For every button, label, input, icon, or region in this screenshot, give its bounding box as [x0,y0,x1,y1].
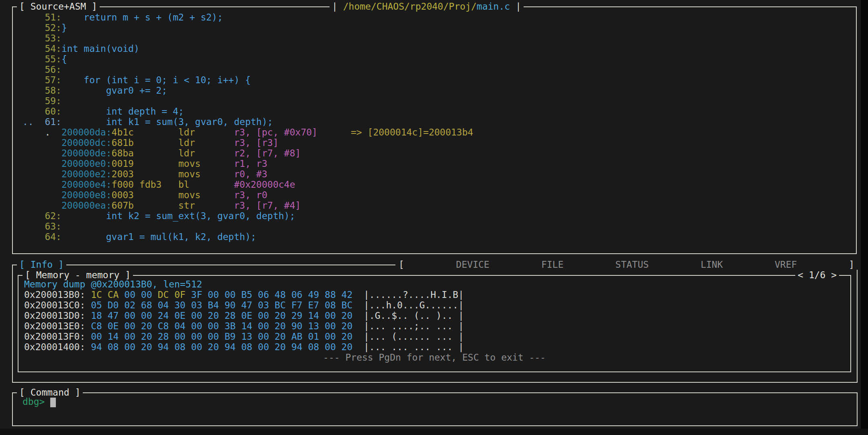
memory-byte: 04 [174,321,186,331]
memory-byte: 20 [342,321,353,331]
asm-mnemonic: bl [178,179,234,190]
tab-device[interactable]: DEVICE [456,259,489,270]
memory-byte: 00 [124,331,135,342]
memory-byte: 20 [342,342,353,352]
asm-note: => [2000014c]=200013b4 [351,127,473,137]
memory-row: 0x200013D0: 18 47 00 00 24 0E 00 20 28 0… [24,310,850,321]
line-number: 51: [34,12,61,23]
tab-status[interactable]: STATUS [615,259,649,270]
asm-opcode: 681b [112,137,178,148]
memory-byte: 90 [291,321,303,331]
memory-byte: 0E [108,321,119,331]
asm-address: 200000e4: [61,179,112,190]
line-marker [23,211,34,221]
memory-row-ascii: |......?....H.I.B| [364,289,464,300]
memory-byte: 00 [191,342,203,352]
asm-marker [45,148,61,158]
line-marker [23,106,34,117]
memory-panel: [ Memory - memory ] < 1/6 > Memory dump … [18,275,851,372]
memory-byte: 06 [291,289,303,300]
memory-byte: 03 [191,300,203,310]
memory-row-address: 0x200013F0: [24,331,91,342]
memory-byte: 01 [308,331,319,342]
command-input[interactable]: dbg> [13,393,857,407]
debugger-screen: [ Source+ASM ] | /home/CHAOS/rp2040/Proj… [0,0,868,435]
asm-operands: r2, [r7, #8] [234,148,301,158]
memory-byte: 08 [325,300,336,310]
tab-file[interactable]: FILE [541,259,563,270]
tab-vref[interactable]: VREF [775,259,797,270]
asm-gutter [23,148,45,158]
source-line: 53: [23,33,856,43]
memory-byte: 42 [342,289,353,300]
memory-byte: B4 [208,300,219,310]
asm-address: 200000e0: [61,158,112,169]
memory-byte: 00 [258,342,269,352]
line-number: 63: [34,221,61,232]
memory-panel-title: [ Memory - memory ] [23,270,133,280]
memory-byte: 00 [124,342,135,352]
tab-link[interactable]: LINK [700,259,723,270]
memory-byte: 0E [174,310,186,321]
line-number: 56: [34,64,61,75]
memory-byte: 28 [225,310,236,321]
line-number: 55: [34,54,61,64]
memory-byte: E7 [308,300,319,310]
line-marker [23,43,34,54]
memory-byte: 00 [208,321,219,331]
line-marker [23,12,34,23]
asm-marker [45,158,61,169]
source-code-text: int main(void) [61,43,139,54]
line-marker [23,75,34,85]
asm-line: 200000e4:f000 fdb3 bl #0x20000c4e [23,179,856,190]
memory-byte: 13 [241,331,252,342]
memory-byte: 20 [208,342,219,352]
asm-operands: #0x20000c4e [234,179,295,190]
memory-byte: 88 [325,289,336,300]
memory-byte: 14 [308,310,319,321]
info-panel: [ Info ] [DEVICEFILESTATUSLINKVREF] [ Me… [12,265,858,383]
memory-byte: CA [108,289,119,300]
memory-byte: 94 [91,342,102,352]
source-code-text: } [61,23,67,33]
memory-byte: 00 [225,289,236,300]
memory-dump: Memory dump @0x200013B0, len=5120x200013… [18,276,850,352]
asm-gutter [23,137,45,148]
memory-row: 0x200013B0: 1C CA 00 00 DC 0F 3F 00 00 B… [24,289,850,300]
memory-byte: 20 [342,331,353,342]
memory-byte: 08 [108,342,119,352]
memory-byte: 20 [274,331,286,342]
memory-row-ascii: |... (...... ... | [364,331,464,342]
text-cursor[interactable] [50,397,56,407]
line-marker [23,54,34,64]
command-panel-title: [ Command ] [17,387,83,398]
line-marker [23,232,34,242]
source-file-path: | /home/CHAOS/rp2040/Proj/main.c | [330,1,524,12]
memory-dump-header: Memory dump @0x200013B0, len=512 [24,279,850,289]
source-code-text: gvar0 += 2; [61,85,167,96]
line-marker [23,85,34,96]
memory-row-address: 0x200013E0: [24,321,91,331]
line-number: 64: [34,232,61,242]
asm-line: 200000e0:0019 movs r1, r3 [23,158,856,169]
memory-byte: 00 [141,310,152,321]
asm-operands: r3, [r3] [234,137,278,148]
source-line: 55:{ [23,54,856,64]
line-number: 62: [34,211,61,221]
memory-row-address: 0x200013D0: [24,310,91,321]
asm-address: 200000e2: [61,169,112,179]
line-marker: .. [23,117,34,127]
memory-pager[interactable]: < 1/6 > [795,270,839,280]
memory-row: 0x200013E0: C8 0E 00 20 C8 04 00 00 3B 1… [24,321,850,331]
source-line: 62: int k2 = sum_ext(3, gvar0, depth); [23,211,856,221]
asm-marker: . [45,127,61,137]
memory-byte: 08 [308,342,319,352]
source-code-text: { [61,54,67,64]
line-marker [23,221,34,232]
screen-right-edge [861,0,868,435]
asm-marker [45,190,61,200]
asm-gutter [23,127,45,137]
memory-byte: 20 [342,310,353,321]
source-code-text: int k2 = sum_ext(3, gvar0, depth); [61,211,295,221]
line-number: 57: [34,75,61,85]
